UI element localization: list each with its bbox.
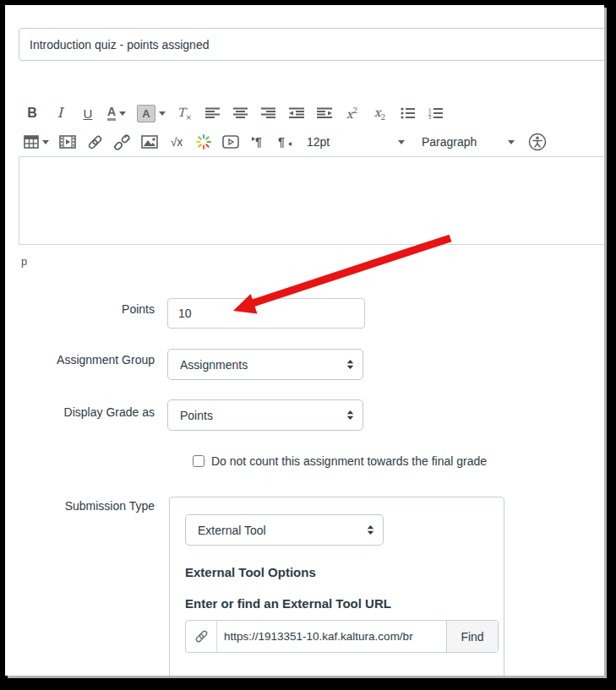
svg-text:¶: ¶ (278, 135, 285, 149)
svg-text:3: 3 (428, 115, 432, 119)
omit-final-grade-checkbox[interactable] (193, 455, 204, 467)
rce-toolbar-row1: B I U A A T× (24, 100, 444, 127)
display-grade-as-select[interactable]: Points (167, 399, 363, 431)
omit-final-grade-label: Do not count this assignment towards the… (211, 454, 487, 468)
points-label: Points (5, 302, 155, 316)
subscript-icon[interactable]: x2 (372, 101, 389, 125)
clear-formatting-icon[interactable]: T× (177, 101, 194, 125)
external-tool-url-group: Find (185, 620, 499, 653)
outdent-icon[interactable] (288, 101, 305, 125)
underline-icon[interactable]: U (79, 101, 96, 125)
align-center-icon[interactable] (232, 101, 249, 125)
accessibility-checker-icon[interactable] (528, 130, 547, 154)
screenshot-frame: B I U A A T× (0, 0, 616, 690)
bold-icon[interactable]: B (24, 101, 41, 125)
external-tool-url-input[interactable] (217, 621, 446, 652)
submission-type-box: External Tool External Tool Options Ente… (169, 497, 504, 676)
equation-icon[interactable]: √x (168, 130, 185, 154)
submission-type-value: External Tool (198, 524, 266, 537)
submission-type-label: Submission Type (5, 499, 155, 513)
element-path-indicator: p (21, 255, 27, 268)
submission-type-select[interactable]: External Tool (185, 514, 384, 546)
unlink-icon[interactable] (113, 130, 131, 154)
chevron-down-icon (119, 111, 126, 116)
assignment-name-input[interactable] (19, 28, 604, 61)
chevron-down-icon (159, 111, 166, 116)
paragraph-format-select[interactable]: Paragraph (418, 130, 518, 154)
media-icon[interactable] (59, 130, 76, 154)
align-right-icon[interactable] (260, 101, 277, 125)
chevron-down-icon (398, 140, 405, 144)
find-button[interactable]: Find (446, 621, 498, 652)
omit-final-grade-row: Do not count this assignment towards the… (193, 454, 487, 468)
video-embed-icon[interactable] (222, 130, 239, 154)
assignment-group-select[interactable]: Assignments (167, 349, 363, 380)
numbered-list-icon[interactable]: 123 (428, 101, 444, 125)
rce-toolbar-row2: √x (24, 128, 547, 155)
link-icon[interactable] (86, 130, 103, 154)
background-color-icon[interactable]: A (137, 101, 165, 125)
ltr-paragraph-icon[interactable]: ¶ (249, 130, 266, 154)
assignment-group-label: Assignment Group (5, 353, 155, 367)
align-left-icon[interactable] (204, 101, 221, 125)
indent-icon[interactable] (316, 101, 333, 125)
font-size-value: 12pt (307, 135, 330, 149)
external-tool-url-label: Enter or find an External Tool URL (185, 596, 391, 611)
italic-icon[interactable]: I (52, 101, 68, 125)
paragraph-format-value: Paragraph (422, 135, 477, 149)
select-arrows-icon (346, 410, 354, 421)
chevron-down-icon (508, 140, 515, 144)
table-icon[interactable] (24, 130, 49, 154)
superscript-icon[interactable]: x2 (344, 101, 361, 125)
select-arrows-icon (346, 359, 354, 370)
svg-text:¶: ¶ (255, 135, 262, 149)
font-size-select[interactable]: 12pt (303, 130, 408, 154)
select-arrows-icon (367, 524, 374, 535)
text-color-icon[interactable]: A (107, 101, 126, 125)
chevron-down-icon (42, 140, 49, 144)
display-grade-as-value: Points (180, 409, 213, 422)
assignment-group-value: Assignments (180, 358, 248, 372)
external-tool-options-heading: External Tool Options (185, 565, 316, 579)
rtl-paragraph-icon[interactable]: ¶ (276, 130, 293, 154)
link-icon (186, 621, 217, 652)
points-input[interactable] (167, 298, 365, 329)
assignment-edit-page: B I U A A T× (5, 5, 604, 676)
bullet-list-icon[interactable] (400, 101, 417, 125)
image-icon[interactable] (141, 130, 158, 154)
apps-icon[interactable] (195, 130, 212, 154)
rce-body[interactable] (19, 156, 604, 245)
display-grade-as-label: Display Grade as (5, 405, 155, 419)
